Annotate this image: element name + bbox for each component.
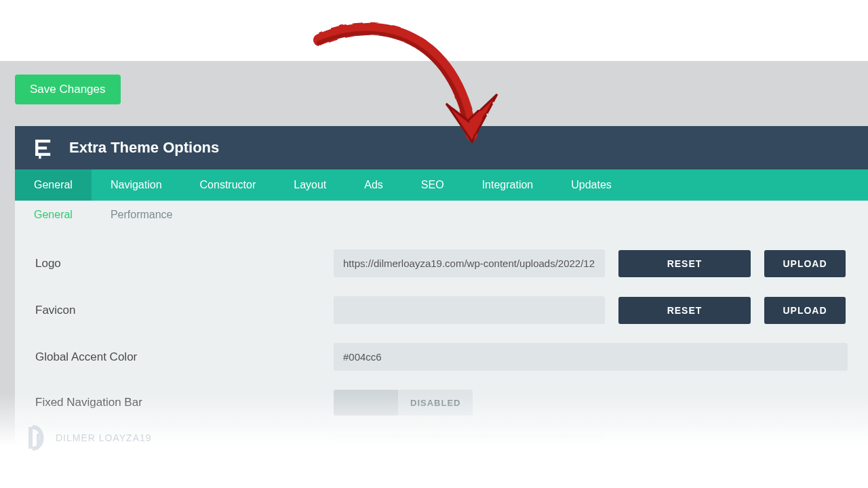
toggle-knob (334, 390, 398, 415)
tab-layout[interactable]: Layout (275, 169, 345, 201)
input-accent-color[interactable] (334, 343, 848, 371)
chevron-down-icon: ▾ (590, 443, 595, 455)
subtab-performance[interactable]: Performance (92, 201, 192, 229)
watermark-text: DILMER LOAYZA19 (56, 432, 152, 443)
extra-logo-icon (31, 136, 56, 160)
row-logo: Logo RESET UPLOAD (35, 249, 848, 277)
watermark: DILMER LOAYZA19 (24, 424, 152, 451)
save-changes-button[interactable]: Save Changes (15, 75, 121, 104)
label-fixed-nav: Fixed Navigation Bar (35, 396, 334, 409)
row-accent-color: Global Accent Color (35, 343, 848, 371)
tab-general[interactable]: General (15, 169, 92, 201)
subtab-general[interactable]: General (15, 201, 92, 229)
tab-seo[interactable]: SEO (402, 169, 463, 201)
tab-constructor[interactable]: Constructor (181, 169, 275, 201)
row-fixed-nav: Fixed Navigation Bar DISABLED (35, 390, 848, 415)
toggle-fixed-nav[interactable]: DISABLED (334, 390, 473, 415)
label-accent-color: Global Accent Color (35, 350, 334, 364)
svg-rect-2 (35, 146, 47, 149)
sub-tabs: General Performance (15, 201, 868, 229)
tab-navigation[interactable]: Navigation (92, 169, 181, 201)
tab-integration[interactable]: Integration (463, 169, 553, 201)
label-favicon: Favicon (35, 304, 334, 317)
select-sidebar-value: Right (343, 443, 367, 455)
input-logo[interactable] (334, 249, 605, 277)
svg-rect-6 (37, 434, 39, 446)
tab-ads[interactable]: Ads (345, 169, 402, 201)
top-whitespace (0, 0, 868, 61)
toggle-state-label: DISABLED (398, 398, 473, 408)
tab-updates[interactable]: Updates (552, 169, 631, 201)
upload-logo-button[interactable]: UPLOAD (764, 250, 846, 277)
svg-rect-5 (28, 427, 33, 449)
reset-logo-button[interactable]: RESET (618, 250, 751, 277)
svg-rect-3 (35, 153, 50, 156)
label-logo: Logo (35, 257, 334, 270)
panel-header: Extra Theme Options (15, 126, 868, 169)
main-tabs: General Navigation Constructor Layout Ad… (15, 169, 868, 201)
row-sidebar: Right ▾ (35, 434, 848, 463)
upload-favicon-button[interactable]: UPLOAD (764, 297, 846, 324)
select-sidebar[interactable]: Right ▾ (334, 434, 605, 463)
row-favicon: Favicon RESET UPLOAD (35, 296, 848, 324)
svg-rect-4 (39, 154, 41, 159)
reset-favicon-button[interactable]: RESET (618, 297, 751, 324)
panel-title: Extra Theme Options (69, 139, 219, 157)
input-favicon[interactable] (334, 296, 605, 324)
